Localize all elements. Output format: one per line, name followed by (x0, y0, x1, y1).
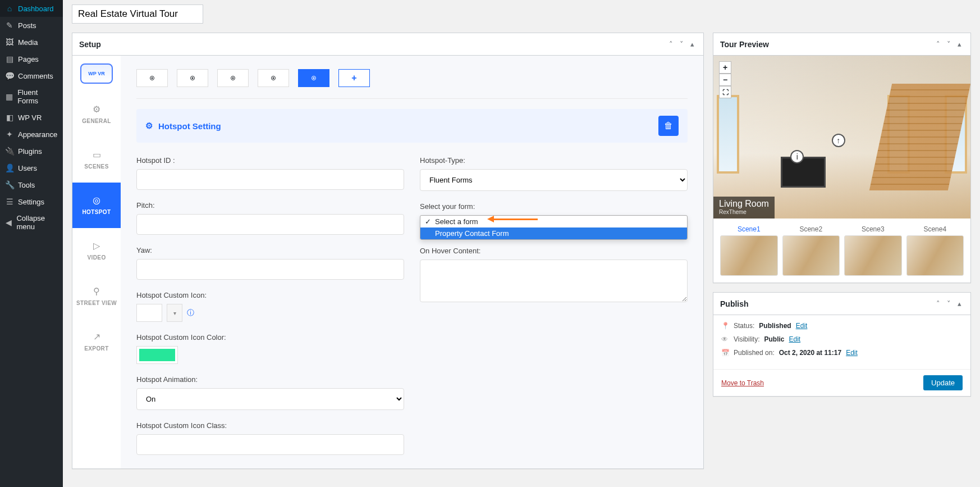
target-icon: ◎ (93, 195, 100, 206)
plugins-icon: 🔌 (4, 147, 15, 156)
media-icon: 🖼 (4, 38, 15, 47)
menu-plugins[interactable]: 🔌Plugins (0, 143, 63, 160)
hotspot-item-3[interactable] (217, 69, 249, 87)
animation-select[interactable]: On (136, 388, 404, 410)
image-icon: ▭ (93, 149, 101, 160)
custom-icon-label: Hotspot Custom Icon: (136, 291, 404, 299)
help-icon[interactable]: ⓘ (187, 308, 194, 318)
edit-status-link[interactable]: Edit (796, 322, 808, 330)
hotspot-settings-content: + ⚙Hotspot Setting 🗑 Hotspot ID : (121, 56, 703, 468)
trash-icon: 🗑 (664, 121, 673, 131)
panel-down-icon[interactable]: ˅ (945, 39, 953, 49)
scene-thumb-1[interactable]: Scene1 (720, 225, 778, 276)
pitch-input[interactable] (136, 214, 404, 235)
hotspot-item-5[interactable] (298, 69, 329, 87)
appearance-icon: ✦ (4, 130, 15, 139)
menu-appearance[interactable]: ✦Appearance (0, 126, 63, 143)
hotspot-list: + (136, 69, 688, 87)
pitch-label: Pitch: (136, 201, 404, 210)
tab-hotspot[interactable]: ◎HOTSPOT (72, 183, 121, 228)
panel-down-icon[interactable]: ˅ (677, 39, 686, 49)
yaw-input[interactable] (136, 259, 404, 280)
menu-tools[interactable]: 🔧Tools (0, 176, 63, 193)
menu-settings[interactable]: ☰Settings (0, 193, 63, 210)
edit-date-link[interactable]: Edit (846, 349, 858, 357)
custom-class-input[interactable] (136, 434, 404, 455)
video-icon: ▷ (93, 240, 100, 251)
tab-scenes[interactable]: ▭SCENES (72, 137, 121, 183)
publish-panel: Publish ˄ ˅ ▴ 📍Status: Published Edit 👁V… (713, 292, 971, 397)
collapse-icon: ◀ (4, 218, 13, 227)
menu-pages[interactable]: ▤Pages (0, 51, 63, 67)
on-hover-textarea[interactable] (420, 260, 688, 302)
panel-toggle-icon[interactable]: ▴ (955, 39, 964, 49)
form-option-select[interactable]: Select a form (420, 216, 687, 227)
scene-thumb-3[interactable]: Scene3 (844, 225, 902, 276)
hotspot-item-2[interactable] (177, 69, 208, 87)
users-icon: 👤 (4, 163, 15, 172)
admin-sidebar: ⌂Dashboard ✎Posts 🖼Media ▤Pages 💬Comment… (0, 0, 63, 474)
hotspot-type-select[interactable]: Fluent Forms (420, 169, 688, 191)
tab-video[interactable]: ▷VIDEO (72, 228, 121, 274)
panorama-viewport[interactable]: ↑ i + − ⛶ Living Room RexTheme (713, 56, 970, 219)
scene-thumbnails: Scene1 Scene2 Scene3 Scene4 (713, 219, 970, 283)
menu-posts[interactable]: ✎Posts (0, 17, 63, 34)
menu-media[interactable]: 🖼Media (0, 34, 63, 51)
select-form-label: Select your form: (420, 202, 688, 211)
settings-icon: ☰ (4, 197, 15, 206)
on-hover-label: On Hover Content: (420, 247, 688, 255)
form-dropdown-menu: Select a form Property Contact Form (420, 215, 688, 240)
menu-comments[interactable]: 💬Comments (0, 67, 63, 84)
hotspot-type-label: Hotspot-Type: (420, 156, 688, 165)
custom-icon-dropdown[interactable]: ▾ (167, 304, 182, 322)
menu-fluent-forms[interactable]: ▦Fluent Forms (0, 84, 63, 109)
hotspot-add-button[interactable]: + (338, 69, 370, 87)
pin-icon: ⚲ (93, 286, 100, 297)
panel-toggle-icon[interactable]: ▴ (955, 298, 964, 309)
hotspot-setting-title: Hotspot Setting (158, 121, 221, 131)
export-icon: ↗ (93, 331, 100, 342)
tools-icon: 🔧 (4, 180, 15, 189)
pages-icon: ▤ (4, 54, 15, 63)
edit-visibility-link[interactable]: Edit (789, 335, 800, 343)
scene-thumb-2[interactable]: Scene2 (782, 225, 840, 276)
animation-label: Hotspot Animation: (136, 375, 404, 384)
zoom-out-button[interactable]: − (719, 74, 731, 86)
wpvr-logo: WP VR (72, 56, 121, 92)
panel-toggle-icon[interactable]: ▴ (688, 39, 697, 49)
calendar-icon: 📅 (721, 349, 729, 357)
icon-color-picker[interactable] (136, 346, 178, 364)
custom-class-label: Hotspot Custom Icon Class: (136, 421, 404, 430)
hotspot-item-1[interactable] (136, 69, 168, 87)
scene-thumb-4[interactable]: Scene4 (906, 225, 964, 276)
form-option-property-contact[interactable]: Property Contact Form (420, 227, 687, 239)
move-to-trash-link[interactable]: Move to Trash (721, 379, 764, 387)
hotspot-item-4[interactable] (258, 69, 289, 87)
comments-icon: 💬 (4, 71, 15, 80)
fullscreen-button[interactable]: ⛶ (719, 86, 731, 98)
yaw-label: Yaw: (136, 246, 404, 254)
tab-general[interactable]: ⚙GENERAL (72, 92, 121, 137)
panel-up-icon[interactable]: ˄ (667, 39, 675, 49)
hotspot-id-input[interactable] (136, 169, 404, 190)
gear-icon: ⚙ (93, 104, 100, 115)
forms-icon: ▦ (4, 92, 14, 101)
menu-wpvr[interactable]: ◧WP VR (0, 109, 63, 126)
panel-up-icon[interactable]: ˄ (934, 298, 942, 309)
menu-dashboard[interactable]: ⌂Dashboard (0, 0, 63, 17)
preview-panel-title: Tour Preview (720, 40, 769, 49)
tab-street-view[interactable]: ⚲STREET VIEW (72, 274, 121, 319)
page-title-input[interactable] (72, 4, 203, 24)
menu-users[interactable]: 👤Users (0, 160, 63, 176)
wpvr-icon: ◧ (4, 113, 15, 122)
custom-icon-preview[interactable] (136, 304, 162, 322)
menu-collapse[interactable]: ◀Collapse menu (0, 210, 63, 235)
update-button[interactable]: Update (923, 375, 963, 390)
hotspot-pin-up[interactable]: ↑ (832, 134, 845, 147)
tab-export[interactable]: ↗EXPORT (72, 319, 121, 365)
panel-up-icon[interactable]: ˄ (934, 39, 942, 49)
posts-icon: ✎ (4, 21, 15, 30)
zoom-in-button[interactable]: + (719, 61, 731, 74)
delete-hotspot-button[interactable]: 🗑 (658, 116, 679, 136)
panel-down-icon[interactable]: ˅ (945, 298, 953, 309)
